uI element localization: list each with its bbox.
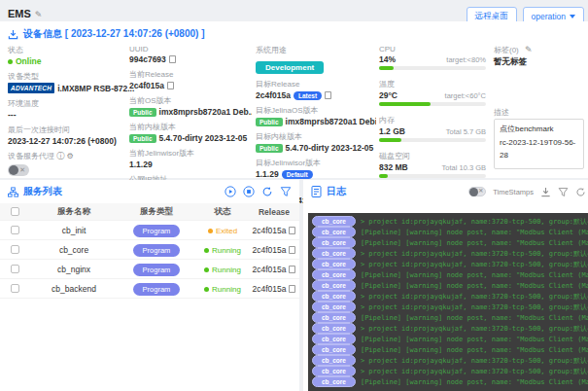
gear-icon[interactable]: ⚙ [66, 152, 73, 160]
row-checkbox[interactable] [11, 265, 19, 273]
app-title: EMS [8, 8, 31, 19]
disk-value: 832 MB [379, 162, 408, 172]
edit-tags-icon[interactable]: ✎ [525, 45, 533, 54]
table-row[interactable]: cb_init Program Exited 2c4f015a [0, 221, 299, 240]
table-row[interactable]: cb_core Program Running 2c4f015a [0, 240, 299, 260]
service-name: cb_nginx [29, 265, 119, 274]
table-row[interactable]: cb_nginx Program Running 2c4f015a [0, 260, 299, 279]
copy-icon[interactable] [167, 82, 174, 89]
service-status: Running [204, 266, 241, 274]
stop-all-icon[interactable] [243, 186, 255, 197]
log-source-badge: cb_core [312, 280, 356, 291]
target-release-value: 2c4f015aLatest [256, 90, 376, 100]
usage-label: 系统用途 [256, 45, 376, 55]
row-checkbox[interactable] [11, 245, 19, 254]
filter-icon[interactable] [558, 187, 569, 197]
copy-icon[interactable] [289, 246, 295, 254]
log-line: cb_core > project id:projayqkujaf, name:… [308, 248, 588, 259]
log-line: cb_core [Pipeline] [warning] node post, … [308, 334, 588, 344]
metric-disk: 磁盘空间 832 MBTotal 10.3 GB [379, 151, 486, 178]
log-message: > project id:projayqkujaf, name:3720-tcp… [361, 356, 588, 366]
log-line: cb_core [Pipeline] [warning] node post, … [308, 376, 588, 387]
service-release: 2c4f015a [253, 226, 287, 235]
log-line: cb_core > project id:projayqkujaf, name:… [308, 259, 588, 269]
log-source-badge: cb_core [312, 227, 356, 237]
copy-icon[interactable] [169, 55, 176, 63]
log-message: > project id:projayqkujaf, name:3720-tcp… [361, 260, 588, 269]
copy-icon[interactable] [289, 266, 295, 273]
log-terminal[interactable]: cb_core > project id:projayqkujaf, name:… [308, 213, 588, 391]
device-col-tags: 标签(0) ✎ 暂无标签 描述 点位benchmark rc-2023-12-1… [494, 45, 584, 178]
copy-icon[interactable] [325, 91, 331, 99]
refresh-icon[interactable] [261, 186, 273, 197]
log-header: 日志 ✕ TimeStamps [303, 180, 588, 203]
copy-icon[interactable] [289, 227, 295, 234]
target-visor-value: 1.1.29Default [256, 169, 376, 179]
log-message: > project id:projayqkujaf, name:3720-tcp… [361, 324, 588, 334]
log-line: cb_core > project id:projayqkujaf, name:… [308, 355, 588, 366]
service-list-header: 服务列表 [0, 180, 299, 203]
service-release: 2c4f015a [253, 245, 287, 255]
log-source-badge: cb_core [312, 323, 356, 334]
temp-target: target:<60°C [445, 91, 486, 100]
memory-value: 1.2 GB [379, 126, 405, 136]
log-icon [311, 186, 322, 197]
log-source-badge: cb_core [312, 366, 356, 376]
log-source-badge: cb_core [312, 344, 356, 355]
status-text: Running [212, 246, 241, 255]
log-message: [Pipeline] [warning] node post, name: "M… [361, 282, 588, 290]
log-source-badge: cb_core [312, 376, 356, 387]
program-badge: Program [133, 283, 181, 296]
row-checkbox[interactable] [11, 226, 19, 234]
program-badge: Program [133, 244, 181, 257]
current-visor-label: 当前Jelinwisor版本 [129, 148, 252, 159]
log-message: [Pipeline] [warning] node post, name: "M… [361, 229, 588, 236]
cpu-target: target:<80% [446, 55, 486, 64]
program-badge: Program [133, 264, 181, 276]
timestamps-toggle[interactable]: ✕ [468, 187, 486, 196]
device-info-title: 设备信息 [ 2023-12-27 14:07:26 (+0800) ] [23, 27, 204, 41]
service-name: cb_init [29, 226, 119, 235]
device-type-label: 设备类型 [8, 71, 122, 82]
download-icon[interactable] [540, 187, 551, 197]
edit-title-icon[interactable]: ✎ [35, 10, 43, 19]
service-list-card: 服务列表 服务名称 服务类型 状态 Release cb_init Progra… [0, 180, 299, 391]
online-dot-icon [8, 59, 13, 64]
description-label: 描述 [494, 107, 584, 118]
target-visor-label: 目标Jelinwisor版本 [256, 158, 376, 168]
select-all-checkbox[interactable] [11, 207, 19, 216]
program-badge: Program [133, 225, 181, 237]
status-dot-icon [204, 248, 209, 253]
agent-toggle[interactable]: ✕ [8, 164, 29, 176]
last-connect-label: 最后一次连接时间 [8, 124, 122, 135]
log-message: [Pipeline] [warning] node post, name: "M… [361, 346, 588, 354]
log-title: 日志 [327, 185, 346, 198]
uuid-label: UUID [129, 45, 252, 53]
row-checkbox[interactable] [11, 284, 19, 293]
current-kernel-label: 当前内核版本 [129, 122, 252, 132]
copy-icon[interactable] [289, 285, 295, 293]
start-all-icon[interactable] [225, 186, 236, 197]
log-line: cb_core > project id:projayqkujaf, name:… [308, 302, 588, 312]
service-status: Exited [208, 227, 237, 235]
chevron-down-icon [570, 15, 575, 18]
col-header-status: 状态 [194, 206, 251, 218]
service-list-title: 服务列表 [23, 185, 62, 198]
filter-icon[interactable] [280, 186, 292, 197]
latest-badge: Latest [294, 91, 322, 100]
disk-bar [379, 174, 486, 178]
log-source-badge: cb_core [312, 291, 356, 302]
metric-cpu: CPU 14%target:<80% [379, 45, 486, 70]
status-label: 状态 [8, 45, 122, 55]
refresh-icon[interactable] [575, 187, 586, 197]
status-dot-icon [204, 287, 209, 292]
status-text: Running [212, 266, 241, 274]
log-message: > project id:projayqkujaf, name:3720-tcp… [361, 302, 588, 312]
target-kernel-value: Public5.4.70-dirty 2023-12-05DevicePinne… [256, 143, 376, 153]
current-visor-value: 1.1.29 [129, 160, 252, 169]
description-textarea[interactable]: 点位benchmark rc-2023-12-19T09-56-28 [494, 119, 584, 169]
public-badge: Public [256, 144, 283, 153]
table-row[interactable]: cb_backend Program Running 2c4f015a [0, 279, 299, 299]
metric-temp: 温度 29°Ctarget:<60°C [379, 79, 486, 106]
info-icon[interactable]: ⓘ [56, 152, 64, 160]
